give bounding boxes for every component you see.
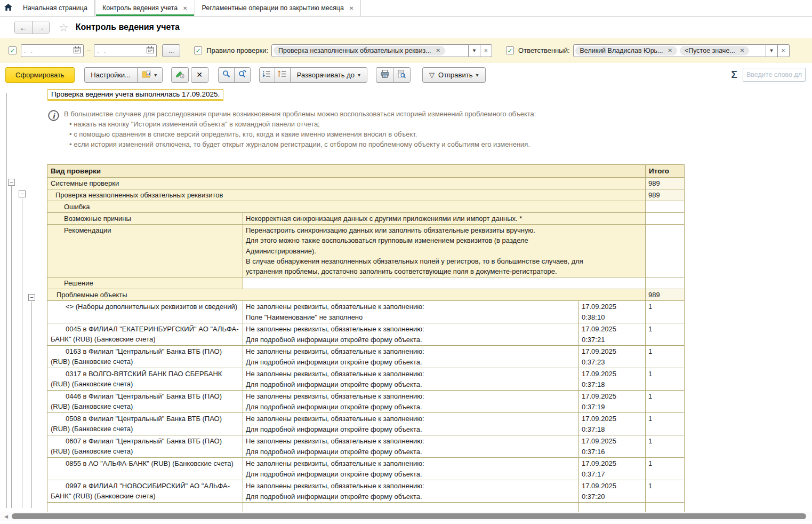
collapse-group-icon[interactable]: [19, 190, 26, 197]
problem-row[interactable]: 0045 в ФИЛИАЛ "ЕКАТЕРИНБУРГСКИЙ" АО "АЛЬ…: [47, 323, 685, 346]
problem-timestamp[interactable]: 17.09.20250:37:20: [579, 480, 646, 503]
problem-object-name[interactable]: 0855 в АО "АЛЬФА-БАНК" (RUB) (Банковские…: [47, 458, 243, 480]
problem-row[interactable]: 0855 в АО "АЛЬФА-БАНК" (RUB) (Банковские…: [47, 458, 685, 480]
forward-button[interactable]: [32, 21, 49, 34]
problem-timestamp[interactable]: 17.09.20250:37:16: [579, 435, 646, 458]
favorite-star-icon[interactable]: [59, 22, 69, 33]
problem-row[interactable]: 0508 в Филиал "Центральный" Банка ВТБ (П…: [47, 413, 685, 435]
date-from-field[interactable]: . .: [21, 44, 84, 57]
print-preview-button[interactable]: [393, 67, 411, 83]
responsible-combo[interactable]: Великий Владислав Юрь... <Пустое значе..…: [573, 44, 766, 57]
cancel-button[interactable]: [191, 67, 208, 83]
problem-timestamp[interactable]: 17.09.20250:38:10: [579, 301, 646, 323]
problem-count[interactable]: 1: [646, 435, 685, 458]
responsible-tag[interactable]: Великий Владислав Юрь...: [575, 46, 677, 55]
problem-object-name[interactable]: 0508 в Филиал "Центральный" Банка ВТБ (П…: [47, 413, 243, 435]
rule-group-total[interactable]: 989: [646, 189, 685, 201]
collapse-all-button[interactable]: [259, 67, 275, 83]
responsible-checkbox[interactable]: [506, 46, 514, 54]
problem-description[interactable]: Не заполнены реквизиты, обязательные к з…: [243, 458, 579, 480]
date-to-field[interactable]: . .: [94, 44, 157, 57]
problem-count[interactable]: 1: [646, 391, 685, 413]
responsible-tag[interactable]: <Пустое значе...: [680, 46, 749, 55]
expand-all-button[interactable]: [275, 67, 291, 83]
group-row[interactable]: Системные проверки 989: [47, 178, 685, 189]
problem-count[interactable]: 1: [646, 368, 685, 391]
problem-timestamp[interactable]: 17.09.20250:37:19: [579, 391, 646, 413]
solution-label[interactable]: Решение: [47, 277, 243, 289]
expand-to-button[interactable]: Разворачивать до: [290, 67, 367, 83]
problem-object-name[interactable]: 0446 в Филиал "Центральный" Банка ВТБ (П…: [47, 391, 243, 413]
problem-row[interactable]: 0317 в ВОЛГО-ВЯТСКИЙ БАНК ПАО СБЕРБАНК (…: [47, 368, 685, 391]
tab-month-closing[interactable]: Регламентные операции по закрытию месяца: [195, 0, 361, 16]
problem-timestamp[interactable]: 17.09.20250:37:18: [579, 368, 646, 391]
problem-description[interactable]: Не заполнены реквизиты, обязательные к з…: [243, 391, 579, 413]
remove-tag-icon[interactable]: [436, 48, 440, 53]
remove-tag-icon[interactable]: [740, 48, 744, 53]
problem-row[interactable]: 0607 в Филиал "Центральный" Банка ВТБ (П…: [47, 435, 685, 458]
problem-description[interactable]: Не заполнены реквизиты, обязательные к з…: [243, 368, 579, 391]
recommendations-label[interactable]: Рекомендации: [47, 225, 243, 277]
generate-button[interactable]: Сформировать: [5, 67, 75, 83]
solution-row[interactable]: Решение: [47, 277, 685, 289]
settings-button[interactable]: Настройки...: [84, 67, 138, 83]
remove-tag-icon[interactable]: [668, 48, 672, 53]
problem-count[interactable]: 1: [646, 346, 685, 368]
home-button[interactable]: [0, 0, 16, 16]
problem-description[interactable]: Не заполнены реквизиты, обязательные к з…: [243, 413, 579, 435]
find-button[interactable]: [218, 67, 235, 83]
quick-search-input[interactable]: [743, 68, 806, 82]
problem-timestamp[interactable]: 17.09.20250:37:23: [579, 346, 646, 368]
send-button[interactable]: Отправить: [422, 67, 486, 83]
problem-row[interactable]: 0163 в Филиал "Центральный" Банка ВТБ (П…: [47, 346, 685, 368]
problem-description[interactable]: Не заполнены реквизиты, обязательные к з…: [243, 346, 579, 368]
problem-count[interactable]: 1: [646, 413, 685, 435]
calendar-icon[interactable]: [74, 46, 81, 55]
problem-timestamp[interactable]: 17.09.20250:37:17: [579, 458, 646, 480]
problem-object-name[interactable]: 0045 в ФИЛИАЛ "ЕКАТЕРИНБУРГСКИЙ" АО "АЛЬ…: [47, 323, 243, 346]
system-checks-label[interactable]: Системные проверки: [47, 178, 646, 189]
collapse-group-icon[interactable]: [28, 294, 35, 301]
rule-clear-button[interactable]: [480, 44, 492, 57]
object-history-button[interactable]: [171, 67, 189, 83]
problem-row[interactable]: <> (Наборы дополнительных реквизитов и с…: [47, 301, 685, 323]
problem-object-name[interactable]: <> (Наборы дополнительных реквизитов и с…: [47, 301, 243, 323]
recommendations-row[interactable]: Рекомендации Перенастроить синхронизацию…: [47, 225, 685, 277]
problem-object-name[interactable]: 0163 в Филиал "Центральный" Банка ВТБ (П…: [47, 346, 243, 368]
responsible-clear-button[interactable]: [778, 44, 790, 57]
problem-count[interactable]: 1: [646, 458, 685, 480]
close-icon[interactable]: [349, 5, 353, 11]
report-status-cell[interactable]: Проверка ведения учета выполнялась 17.09…: [47, 89, 223, 101]
close-icon[interactable]: [183, 5, 187, 11]
find-next-button[interactable]: [234, 67, 251, 83]
problem-object-name[interactable]: 0607 в Филиал "Центральный" Банка ВТБ (П…: [47, 435, 243, 458]
group-row[interactable]: Проблемные объекты 989: [47, 289, 685, 301]
problem-timestamp[interactable]: 17.09.20250:37:18: [579, 413, 646, 435]
group-row[interactable]: Проверка незаполненных обязательных рекв…: [47, 189, 685, 201]
problem-timestamp[interactable]: 17.09.20250:37:21: [579, 323, 646, 346]
report-variants-button[interactable]: [137, 67, 163, 83]
problem-objects-label[interactable]: Проблемные объекты: [47, 289, 646, 301]
causes-label[interactable]: Возможные причины: [47, 213, 243, 225]
scrollbar-thumb[interactable]: [12, 513, 806, 519]
causes-row[interactable]: Возможные причины Некорректная синхрониз…: [47, 213, 685, 225]
problem-count[interactable]: 1: [646, 480, 685, 503]
period-checkbox[interactable]: [9, 46, 17, 54]
calendar-icon[interactable]: [147, 46, 154, 55]
rule-group-label[interactable]: Проверка незаполненных обязательных рекв…: [47, 189, 646, 201]
tab-accounting-control[interactable]: Контроль ведения учета: [95, 0, 195, 16]
problem-description[interactable]: Не заполнены реквизиты, обязательные к з…: [243, 301, 579, 323]
error-row[interactable]: Ошибка: [47, 201, 685, 213]
problem-object-name[interactable]: 0317 в ВОЛГО-ВЯТСКИЙ БАНК ПАО СБЕРБАНК (…: [47, 368, 243, 391]
error-label[interactable]: Ошибка: [47, 201, 646, 213]
problem-count[interactable]: 1: [646, 323, 685, 346]
back-button[interactable]: [15, 21, 32, 34]
problem-description[interactable]: Не заполнены реквизиты, обязательные к з…: [243, 480, 579, 503]
scroll-left-icon[interactable]: [4, 514, 8, 519]
problem-row[interactable]: 0446 в Филиал "Центральный" Банка ВТБ (П…: [47, 391, 685, 413]
rule-combo[interactable]: Проверка незаполненных обязательных рекв…: [271, 44, 469, 57]
problem-row[interactable]: 0997 в ФИЛИАЛ "НОВОСИБИРСКИЙ" АО "АЛЬФА-…: [47, 480, 685, 503]
rule-dropdown-button[interactable]: [469, 44, 480, 57]
tab-start-page[interactable]: Начальная страница: [16, 0, 95, 16]
responsible-dropdown-button[interactable]: [766, 44, 778, 57]
